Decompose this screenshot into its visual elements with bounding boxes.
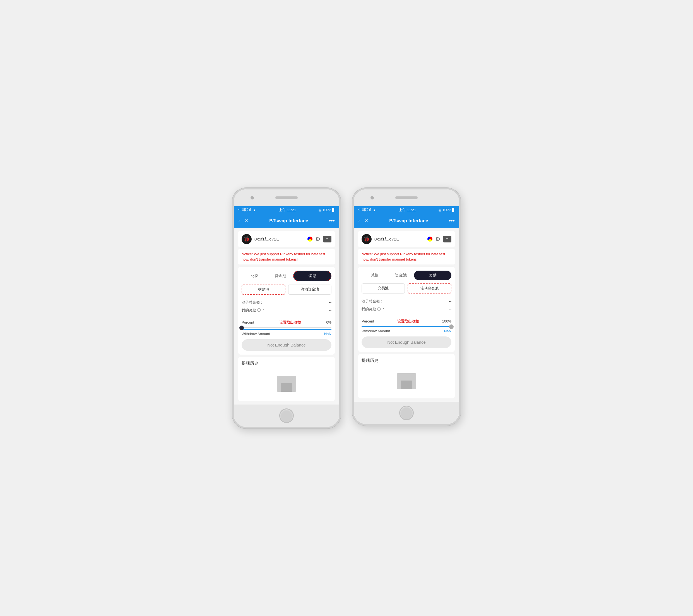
percent-header-right: Percent 设置取出收益 100% — [361, 319, 451, 324]
app-content-right: 🐞 0x5f1f...e72E ⚙ ≡ Notice: We just supp… — [354, 228, 459, 402]
status-bar-left: 中国联通 ▲ 上午 11:21 ◎ 100% ▊ — [234, 206, 339, 214]
phones-container: 中国联通 ▲ 上午 11:21 ◎ 100% ▊ ‹ ✕ BTswap Inte… — [232, 188, 461, 429]
nav-title-right: BTswap Interface — [369, 218, 449, 224]
percent-label-right: Percent — [361, 319, 374, 323]
address-right: 0x5f1f...e72E — [374, 237, 424, 241]
nav-left-right[interactable]: ‹ ✕ — [358, 218, 369, 224]
battery-left: 100% — [322, 208, 331, 212]
menu-icon-right[interactable]: ≡ — [443, 236, 451, 242]
sub-tab-trading-right[interactable]: 交易池 — [361, 283, 405, 294]
back-button-right[interactable]: ‹ — [358, 218, 360, 224]
tab-exchange-left[interactable]: 兑换 — [242, 271, 268, 281]
phone-bottom-right — [354, 402, 459, 424]
history-card-left: 提现历史 — [238, 357, 335, 401]
colorful-dot-left — [308, 237, 313, 242]
avatar-left: 🐞 — [242, 234, 252, 244]
pool-total-value-right: -- — [449, 299, 451, 303]
balance-button-left[interactable]: Not Enough Balance — [242, 339, 332, 351]
slider-thumb-right[interactable] — [449, 324, 454, 329]
percent-annotation-left: 设置取出收益 — [279, 320, 301, 325]
my-reward-label-left: 我的奖励 ⓘ ： — [242, 308, 265, 313]
empty-state-right — [397, 373, 416, 389]
history-title-right: 提现历史 — [361, 358, 451, 363]
address-left: 0x5f1f...e72E — [254, 237, 305, 241]
back-button-left[interactable]: ‹ — [238, 218, 240, 224]
slider-container-right[interactable] — [361, 326, 451, 327]
nav-more-left[interactable]: ••• — [329, 218, 335, 224]
percent-header-left: Percent 设置取出收益 0% — [242, 320, 332, 325]
tab-row-right: 兑换 资金池 奖励 — [361, 271, 451, 280]
status-right-right: ◎ 100% ▊ — [439, 208, 455, 212]
sub-tab-trading-left[interactable]: 交易池 — [242, 284, 285, 295]
notice-right: Notice: We just support Rinkeby testnet … — [358, 249, 455, 264]
avatar-icon-right: 🐞 — [363, 236, 370, 242]
nav-title-left: BTswap Interface — [249, 218, 329, 224]
status-time-left: 上午 11:21 — [279, 207, 296, 213]
settings-icon-left[interactable]: ⚙ — [315, 236, 320, 242]
home-button-left[interactable] — [279, 409, 294, 423]
withdraw-value-left: NaN — [324, 332, 332, 336]
location-icon-right: ◎ — [439, 208, 441, 212]
avatar-icon-left: 🐞 — [243, 236, 250, 242]
nav-left-left[interactable]: ‹ ✕ — [238, 218, 249, 224]
my-reward-value-left: -- — [329, 308, 332, 312]
nav-more-right[interactable]: ••• — [449, 218, 455, 224]
my-reward-row-left: 我的奖励 ⓘ ： -- — [242, 306, 332, 314]
slider-thumb-left[interactable] — [239, 325, 244, 330]
carrier-left: 中国联通 — [238, 207, 252, 212]
sub-tab-liquidity-right[interactable]: 流动资金池 — [408, 283, 451, 294]
status-left-right: 中国联通 ▲ — [358, 207, 376, 212]
screen-right: 中国联通 ▲ 上午 11:21 ◎ 100% ▊ ‹ ✕ BTswap Inte… — [354, 206, 459, 402]
percent-annotation-right: 设置取出收益 — [397, 319, 419, 324]
tab-exchange-right[interactable]: 兑换 — [361, 271, 388, 280]
pool-total-label-right: 池子总金额： — [361, 299, 383, 304]
balance-button-right[interactable]: Not Enough Balance — [361, 336, 451, 348]
my-reward-label-right: 我的奖励 ⓘ ： — [361, 306, 385, 312]
history-empty-left — [242, 371, 332, 397]
my-reward-row-right: 我的奖励 ⓘ ： -- — [361, 305, 451, 313]
slider-container-left[interactable] — [242, 327, 332, 329]
nav-bar-left: ‹ ✕ BTswap Interface ••• — [234, 214, 339, 228]
wifi-icon-left: ▲ — [253, 208, 256, 212]
percent-section-left: Percent 设置取出收益 0% Withdraw Am — [242, 317, 332, 336]
tab-pool-right[interactable]: 资金池 — [388, 271, 414, 280]
wifi-icon-right: ▲ — [373, 208, 376, 212]
phone-top-right — [354, 190, 459, 206]
camera-left — [251, 196, 254, 199]
my-reward-value-right: -- — [449, 307, 451, 311]
percent-section-right: Percent 设置取出收益 100% Withdraw Amount — [361, 316, 451, 333]
slider-line-left — [242, 329, 332, 330]
pool-total-row-right: 池子总金额： -- — [361, 297, 451, 305]
empty-state-left — [277, 376, 296, 392]
screen-left: 中国联通 ▲ 上午 11:21 ◎ 100% ▊ ‹ ✕ BTswap Inte… — [234, 206, 339, 404]
pool-total-value-left: -- — [329, 300, 332, 304]
battery-icon-left: ▊ — [332, 208, 335, 212]
speaker-left — [275, 196, 298, 199]
avatar-right: 🐞 — [361, 234, 372, 244]
menu-icon-left[interactable]: ≡ — [323, 236, 332, 242]
main-card-right: 兑换 资金池 奖励 交易池 — [358, 267, 455, 352]
slider-track-right — [361, 326, 451, 327]
phone-left: 中国联通 ▲ 上午 11:21 ◎ 100% ▊ ‹ ✕ BTswap Inte… — [232, 188, 341, 429]
sub-tab-liquidity-left[interactable]: 流动资金池 — [288, 284, 332, 295]
close-button-left[interactable]: ✕ — [244, 218, 249, 224]
location-icon-left: ◎ — [319, 208, 321, 212]
main-card-left: 兑换 资金池 奖励 交易池 — [238, 267, 335, 355]
tab-pool-left[interactable]: 资金池 — [268, 271, 294, 281]
camera-right — [371, 196, 374, 199]
phone-right: 中国联通 ▲ 上午 11:21 ◎ 100% ▊ ‹ ✕ BTswap Inte… — [352, 188, 461, 426]
close-button-right[interactable]: ✕ — [364, 218, 369, 224]
status-right-left: ◎ 100% ▊ — [319, 208, 335, 212]
status-left-left: 中国联通 ▲ — [238, 207, 256, 212]
tab-reward-right[interactable]: 奖励 — [414, 271, 451, 280]
phone-bottom-left — [234, 404, 339, 427]
tab-reward-left[interactable]: 奖励 — [293, 271, 332, 281]
carrier-right: 中国联通 — [358, 207, 372, 212]
slider-track-left — [242, 327, 332, 329]
settings-icon-right[interactable]: ⚙ — [435, 236, 440, 242]
percent-value-right: 100% — [442, 319, 451, 323]
history-card-right: 提现历史 — [358, 354, 455, 398]
home-button-right[interactable] — [399, 406, 414, 420]
pool-total-label-left: 池子总金额： — [242, 300, 263, 305]
sub-tab-row-left: 交易池 流动资金池 — [242, 284, 332, 295]
